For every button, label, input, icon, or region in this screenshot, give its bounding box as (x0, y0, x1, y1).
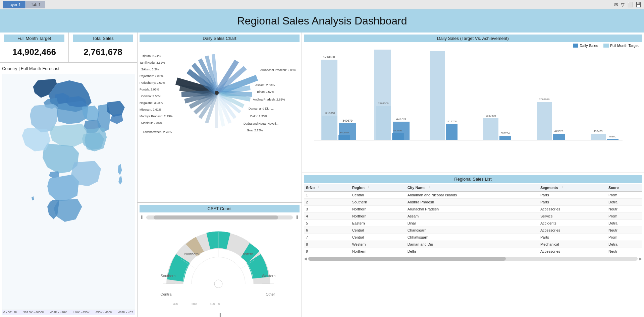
svg-text:2663016: 2663016 (539, 98, 550, 101)
cell-city: Andhra Pradesh (406, 199, 538, 206)
legend-daily-label: Daily Sales (580, 44, 598, 48)
mail-icon[interactable]: ✉ (614, 2, 618, 7)
map-legend: 0 - 381.1K 382.5K - 4000K 402K - 418K 41… (2, 310, 135, 315)
svg-text:Madhya Pradesh: 2.93%: Madhya Pradesh: 2.93% (140, 115, 173, 118)
layout-icon[interactable]: ⬜ (627, 2, 633, 7)
full-month-target-label: Full Month Target (4, 35, 64, 42)
svg-text:Goa: 2.23%: Goa: 2.23% (247, 129, 263, 132)
svg-text:473791: 473791 (393, 129, 402, 132)
svg-text:0: 0 (218, 302, 220, 306)
cell-score: Prom (606, 234, 642, 241)
cell-score: Neutr (606, 206, 642, 213)
svg-text:Daman and Diu: ...: Daman and Diu: ... (249, 107, 274, 110)
legend-target-label: Full Month Target (610, 44, 639, 48)
table-scroll-left[interactable]: ◀ (304, 256, 307, 261)
legend-daily-sales: Daily Sales (573, 44, 598, 48)
svg-text:Assam: 2.63%: Assam: 2.63% (255, 83, 275, 87)
csat-scroll-left[interactable]: ⏸ (140, 214, 145, 220)
cell-score: Detra (606, 220, 642, 227)
page-title: Regional Sales Analysis Dashboard (0, 9, 644, 33)
cell-segment: Parts (538, 199, 606, 206)
svg-text:Nagaland: 3.08%: Nagaland: 3.08% (140, 101, 163, 105)
center-panel: Daily Sales Chart (138, 33, 302, 317)
table-row: 2 Southern Andhra Pradesh Parts Detra (304, 199, 642, 206)
cell-segment: Service (538, 213, 606, 220)
cell-segment: Parts (538, 234, 606, 241)
svg-text:Sikkim: 3.3%: Sikkim: 3.3% (141, 68, 159, 71)
col-resize-region[interactable]: ⋮ (367, 186, 370, 190)
svg-text:309754: 309754 (501, 132, 510, 135)
cell-city: Chandigarh (406, 227, 538, 234)
svg-text:Odisha: 2.53%: Odisha: 2.53% (141, 94, 161, 98)
svg-rect-89 (591, 134, 606, 140)
svg-text:Manipur: 2.36%: Manipur: 2.36% (141, 121, 162, 125)
cell-segment: Parts (538, 191, 606, 199)
svg-rect-69 (322, 116, 337, 140)
table-row: 3 Northern Arunachal Pradesh Accessories… (304, 206, 642, 213)
col-resize-segment[interactable]: ⋮ (560, 186, 564, 190)
cell-city: Chhattisgarh (406, 234, 538, 241)
csat-svg: Northern Eastern Southern Western Centra… (140, 222, 297, 307)
svg-rect-71 (338, 135, 350, 140)
cell-city: Assam (406, 213, 538, 220)
svg-text:1713658: 1713658 (323, 55, 335, 59)
cell-segment: Mechanical (538, 241, 606, 248)
daily-sales-chart-title: Daily Sales Chart (140, 35, 300, 42)
svg-text:Lakshadweep: 2.76%: Lakshadweep: 2.76% (143, 130, 172, 134)
india-map-svg (2, 74, 135, 238)
map-container[interactable] (2, 74, 135, 310)
main-content: Full Month Target 14,902,466 Total Sales… (0, 33, 644, 317)
full-month-target-box: Full Month Target 14,902,466 (0, 33, 69, 62)
tab-layer1[interactable]: Layer 1 (3, 1, 25, 8)
svg-text:Tamil Nadu: 3.32%: Tamil Nadu: 3.32% (140, 61, 165, 64)
cell-city: Delhi (406, 248, 538, 255)
cell-city: Bihar (406, 220, 538, 227)
cell-score: Prom (606, 191, 642, 199)
cell-srno: 7 (304, 234, 350, 241)
cell-srno: 2 (304, 199, 350, 206)
cell-region: Central (350, 191, 406, 199)
table-scroll-right[interactable]: ▶ (639, 256, 642, 261)
filter-icon[interactable]: ▽ (621, 2, 625, 7)
col-score: Score (606, 184, 642, 191)
tab-tab1[interactable]: Tab 1 (26, 1, 45, 8)
svg-text:340679: 340679 (340, 131, 349, 134)
total-sales-label: Total Sales (73, 35, 133, 42)
regional-sales-table: SrNo ⋮ Region ⋮ City Name ⋮ Segments ⋮ S… (304, 184, 642, 255)
svg-rect-77 (430, 51, 445, 140)
svg-text:Rajasthan: 2.87%: Rajasthan: 2.87% (140, 74, 163, 78)
cell-srno: 1 (304, 191, 350, 199)
cell-region: Central (350, 227, 406, 234)
svg-text:Delhi: 2.33%: Delhi: 2.33% (250, 115, 267, 118)
csat-scroll-down[interactable]: ⏸ (217, 312, 222, 317)
radial-chart-svg: Arunachal Pradesh: 2.85% Assam: 2.63% Bi… (140, 44, 301, 136)
svg-rect-87 (553, 134, 565, 140)
col-resize-city[interactable]: ⋮ (428, 186, 431, 190)
col-city: City Name ⋮ (406, 184, 538, 191)
table-row: 4 Northern Assam Service Prom (304, 213, 642, 220)
map-title: Country | Full Month Forecast (2, 65, 135, 72)
svg-text:Tripura: 2.74%: Tripura: 2.74% (141, 54, 161, 58)
svg-text:Dadra and Nagar Haveli...: Dadra and Nagar Haveli... (244, 122, 278, 125)
regional-sales-table-section: Regional Sales List SrNo ⋮ Region ⋮ City… (302, 173, 644, 317)
cell-region: Central (350, 234, 406, 241)
daily-sales-chart-section: Daily Sales Chart (138, 33, 302, 203)
save-icon[interactable]: 💾 (636, 2, 641, 7)
cell-score: Detra (606, 241, 642, 248)
col-resize-srno[interactable]: ⋮ (317, 186, 320, 190)
svg-text:473791: 473791 (396, 117, 406, 121)
cell-region: Northern (350, 206, 406, 213)
legend-target-color (603, 44, 609, 48)
central-label: Central (160, 292, 172, 296)
csat-scroll-right[interactable]: ⏸ (294, 214, 300, 220)
svg-text:433423: 433423 (594, 130, 603, 133)
svg-text:2364509: 2364509 (378, 102, 389, 105)
cell-srno: 3 (304, 206, 350, 213)
total-sales-box: Total Sales 2,761,678 (69, 33, 137, 62)
other-label: Other (266, 292, 275, 296)
cell-srno: 4 (304, 213, 350, 220)
cell-city: Daman and Diu (406, 241, 538, 248)
table-body: 1 Central Andaman and Nicobar Islands Pa… (304, 191, 642, 255)
svg-text:76360: 76360 (609, 135, 616, 138)
table-row: 6 Central Chandigarh Accessories Neutr (304, 227, 642, 234)
